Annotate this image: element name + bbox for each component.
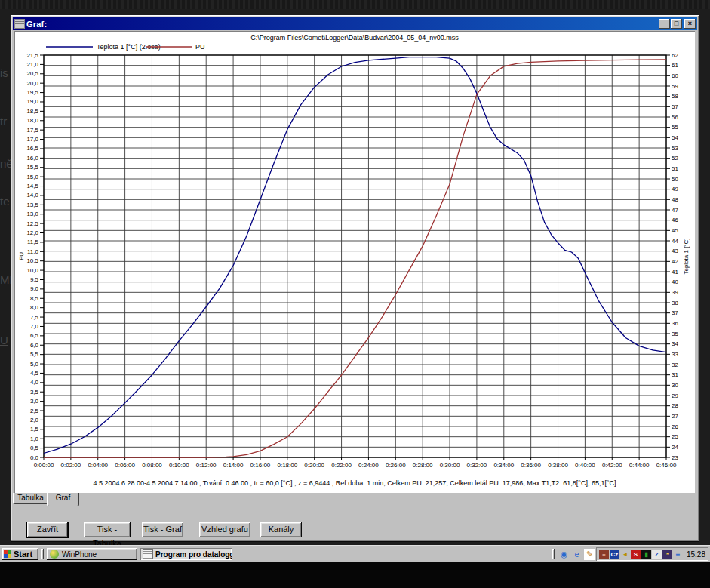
y-left-tick-label: 18,5 — [26, 108, 38, 115]
graf-window: Graf: _ □ × C:\Program Files\Comet\Logge… — [11, 15, 699, 542]
y-left-tick-label: 7,5 — [30, 314, 39, 321]
tab-tabulka[interactable]: Tabulka — [13, 493, 48, 504]
x-tick-label: 0:20:00 — [304, 462, 324, 469]
updater-icon[interactable]: Z — [652, 550, 662, 559]
scheduler-icon[interactable]: ≡ — [599, 550, 609, 559]
x-tick-label: 0:40:00 — [575, 462, 595, 469]
y-left-tick-label: 11,0 — [27, 248, 39, 255]
y-right-tick-label: 39 — [672, 289, 678, 296]
y-left-tick-label: 7,0 — [30, 323, 39, 330]
y-right-tick-label: 45 — [672, 227, 678, 234]
y-right-tick-label: 23 — [672, 454, 678, 461]
y-left-tick-label: 9,0 — [30, 285, 39, 292]
minimize-button[interactable]: _ — [659, 19, 670, 29]
maximize-button[interactable]: □ — [671, 19, 682, 29]
y-left-tick-label: 19,5 — [26, 89, 38, 96]
y-right-tick-label: 59 — [672, 83, 678, 90]
y-left-tick-label: 11,5 — [27, 239, 39, 245]
y-left-tick-label: 0,0 — [30, 454, 39, 461]
volume-icon[interactable]: ◄ — [620, 550, 630, 559]
y-right-tick-label: 31 — [672, 371, 678, 378]
channels-button[interactable]: Kanály — [260, 522, 302, 537]
y-right-tick-label: 27 — [672, 413, 678, 420]
quicklaunch-grip[interactable] — [552, 549, 555, 559]
print-graph-button[interactable]: Tisk - Graf — [142, 522, 183, 537]
y-left-tick-label: 17,5 — [26, 127, 38, 134]
start-button[interactable]: Start — [2, 548, 38, 560]
window-title: Graf: — [26, 20, 658, 29]
background-page-text — [0, 0, 710, 9]
notes-icon[interactable]: ✎ — [584, 549, 595, 560]
y-right-tick-label: 41 — [672, 269, 678, 276]
screen-bottom-edge — [0, 562, 710, 588]
y-left-tick-label: 13,5 — [26, 202, 38, 208]
y-left-tick-label: 2,5 — [30, 408, 39, 414]
y-right-tick-label: 57 — [672, 103, 678, 110]
x-tick-label: 0:06:00 — [115, 462, 135, 469]
y-right-tick-label: 52 — [672, 155, 678, 162]
close-icon[interactable]: × — [684, 19, 696, 29]
x-tick-label: 0:34:00 — [493, 462, 514, 469]
taskbar-grip[interactable] — [41, 549, 44, 559]
y-right-tick-label: 55 — [672, 124, 678, 131]
x-tick-label: 0:16:00 — [250, 462, 271, 469]
monitor-agent-icon[interactable]: ▮ — [641, 550, 651, 559]
y-left-tick-label: 4,0 — [30, 379, 39, 386]
task-datalogger-program[interactable]: Program pro datalogg... — [140, 548, 232, 560]
y-right-tick-label: 32 — [672, 362, 678, 368]
y-right-tick-label: 46 — [672, 217, 678, 223]
x-tick-label: 0:12:00 — [196, 462, 217, 469]
antivirus-icon[interactable]: S — [631, 550, 641, 559]
ie-icon[interactable]: e — [571, 549, 582, 560]
y-right-tick-label: 47 — [672, 207, 678, 214]
y-right-tick-label: 25 — [672, 433, 678, 440]
line-chart: 21,521,020,520,019,519,018,518,017,517,0… — [14, 31, 695, 493]
y-left-tick-label: 12,0 — [26, 229, 38, 236]
task-winphone[interactable]: WinPhone — [47, 548, 137, 560]
y-left-tick-label: 3,0 — [30, 398, 39, 405]
desktop-shortcut-icon[interactable]: ◉ — [558, 549, 570, 560]
y-right-tick-label: 62 — [672, 52, 678, 59]
y-left-tick-label: 13,0 — [26, 211, 38, 217]
y-left-tick-label: 16,5 — [26, 145, 38, 152]
y-left-tick-label: 8,5 — [30, 295, 39, 302]
y-right-tick-label: 34 — [672, 340, 678, 347]
y-left-tick-label: 15,5 — [26, 164, 38, 171]
task-label: Program pro datalogg... — [155, 550, 232, 559]
y-right-tick-label: 53 — [672, 145, 678, 152]
y-left-tick-label: 10,5 — [26, 257, 38, 264]
y-right-tick-label: 28 — [672, 402, 678, 409]
y-left-tick-label: 5,5 — [30, 351, 39, 358]
y-right-axis-title: Teplota 1 [°C] — [683, 238, 690, 274]
y-left-tick-label: 14,5 — [26, 183, 38, 189]
title-bar[interactable]: Graf: _ □ × — [13, 17, 697, 30]
y-left-tick-label: 0,5 — [30, 445, 39, 451]
x-tick-label: 0:44:00 — [629, 462, 650, 469]
y-left-tick-label: 20,0 — [26, 80, 38, 87]
x-tick-label: 0:38:00 — [548, 462, 568, 469]
x-tick-label: 0:14:00 — [223, 462, 244, 469]
system-tray: ≡Cz◄S▮Z*▪▪ 15:28 — [596, 547, 708, 561]
network-icon[interactable]: ▪▪ — [673, 550, 683, 559]
y-right-tick-label: 36 — [672, 320, 678, 327]
y-right-tick-label: 26 — [672, 423, 678, 430]
x-tick-label: 0:00:00 — [34, 462, 54, 469]
desktop-text-fragment: is — [0, 66, 8, 79]
tab-graf[interactable]: Graf — [47, 493, 79, 506]
print-table-button[interactable]: Tisk - Tabulka — [84, 522, 131, 537]
datalogger-icon — [143, 550, 152, 559]
x-tick-label: 0:46:00 — [656, 462, 677, 469]
y-right-tick-label: 40 — [672, 279, 678, 285]
y-left-tick-label: 8,0 — [30, 304, 39, 311]
graph-style-button[interactable]: Vzhled grafu — [199, 522, 250, 537]
x-tick-label: 0:24:00 — [358, 462, 379, 469]
tools-icon[interactable]: * — [662, 550, 672, 559]
y-left-tick-label: 19,0 — [26, 98, 38, 105]
keyboard-layout-cz-icon[interactable]: Cz — [610, 550, 619, 559]
y-left-tick-label: 10,0 — [26, 267, 38, 274]
window-icon — [15, 20, 24, 29]
taskbar-clock[interactable]: 15:28 — [687, 550, 705, 559]
desktop-text-fragment: te — [0, 195, 10, 208]
close-window-button[interactable]: Zavřít — [27, 522, 68, 537]
y-right-tick-label: 44 — [672, 238, 678, 245]
